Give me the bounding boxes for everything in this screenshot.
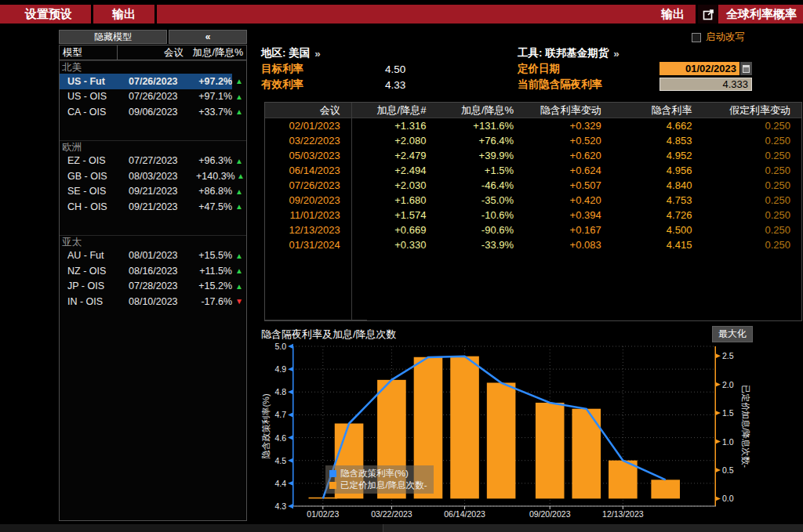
left-axis-tick: 4.7 [266,410,286,419]
collapse-panel-button[interactable]: « [169,30,247,44]
sidebar-model-row[interactable]: SE - OIS09/21/2023+86.8%▲ [60,184,246,200]
region-label: 地区: [261,46,286,60]
model-hike-cut-pct: +15.5% [196,250,232,261]
meetings-table-header: 会议加息/降息#加息/降息%隐含利率变动隐含利率假定利率变动 [265,103,801,118]
table-column-divider [351,103,352,320]
info-left: 地区: 美国 » 目标利率 4.50 有效利率 4.33 [261,45,512,92]
model-meeting-date: 07/26/2023 [129,76,196,87]
meeting-row[interactable]: 03/22/2023+2.080+76.4%+0.5204.8530.250 [265,133,801,148]
meeting-cell: -35.0% [437,194,525,206]
hike-count-bar [536,403,565,498]
titlebar-right-group: 输出 全球利率概率 [650,5,803,24]
models-header-model: 模型 [60,45,118,60]
meeting-cell: 4.956 [612,165,703,176]
effective-rate-value: 4.33 [385,79,405,91]
preset-button[interactable]: 设置预设 [6,5,93,24]
legend-line-label: 隐含政策利率(%) [340,468,409,480]
model-name: CH - OIS [60,201,129,212]
meeting-row[interactable]: 06/14/2023+2.494+1.5%+0.6244.9560.250 [265,163,801,178]
meeting-cell: 06/14/2023 [265,165,351,176]
meeting-cell: 4.952 [612,150,703,161]
meeting-row[interactable]: 05/03/2023+2.479+39.9%+0.6204.9520.250 [265,148,801,163]
override-checkbox[interactable] [692,33,701,42]
meeting-cell: 4.853 [612,135,703,147]
meeting-row[interactable]: 07/26/2023+2.030-46.4%+0.5074.8400.250 [265,178,801,193]
right-axis-tick: 2.0 [722,380,743,389]
meeting-cell: -90.6% [437,224,525,236]
up-triangle-icon: ▲ [232,187,246,196]
left-axis-tick: 4.4 [266,479,286,488]
sidebar-model-row[interactable]: JP - OIS07/28/2023+15.2%▲ [60,279,246,295]
sidebar-model-row[interactable]: US - OIS07/26/2023+97.1%▲ [60,89,246,105]
models-header-hikecut: 加息/降息% [183,46,246,60]
model-meeting-date: 09/06/2023 [129,107,196,118]
meeting-cell: -46.4% [437,179,525,191]
region-value[interactable]: 美国 [289,46,310,60]
left-axis-tick: 5.0 [266,342,286,351]
status-strip [0,524,803,532]
models-header-meeting: 会议 [118,46,183,60]
export-icon[interactable] [698,5,718,24]
up-triangle-icon: ▲ [232,77,246,85]
maximize-button[interactable]: 最大化 [712,326,753,342]
meeting-cell: 0.250 [703,179,801,191]
target-rate-label: 目标利率 [261,62,385,76]
sidebar-model-row[interactable]: CA - OIS09/06/2023+33.7%▲ [60,104,246,120]
meeting-cell: 01/31/2024 [265,239,351,251]
table-header-cell: 会议 [265,103,351,118]
right-axis-title: 已定价加息/降息次数- [739,385,751,468]
pricing-date-input[interactable]: 01/02/2023 [659,62,739,75]
x-axis-tick: 03/22/2023 [360,509,423,519]
hide-models-button[interactable]: 隐藏模型 [59,30,167,44]
model-meeting-date: 07/26/2023 [129,91,196,102]
sidebar-model-row[interactable]: EZ - OIS07/27/2023+96.3%▲ [60,154,246,169]
sidebar-model-row[interactable]: NZ - OIS08/16/2023+11.5%▲ [60,263,246,279]
meeting-cell: 4.500 [612,224,703,236]
left-axis-tick: 4.3 [266,501,286,511]
model-name: NZ - OIS [60,266,129,277]
region-dropdown-arrow[interactable]: » [314,48,321,60]
meeting-cell: 0.250 [703,135,801,147]
meeting-row[interactable]: 11/01/2023+1.574-10.6%+0.3944.7260.250 [265,208,801,223]
meeting-cell: 0.250 [703,209,801,221]
meeting-cell: +0.394 [525,209,612,221]
model-name: AU - Fut [60,250,129,261]
output-button-right[interactable]: 输出 [650,5,698,24]
model-meeting-date: 07/27/2023 [129,155,196,166]
meeting-cell: 0.250 [703,239,801,251]
meeting-row[interactable]: 01/31/2024+0.330-33.9%+0.0834.4150.250 [265,237,801,252]
meeting-cell: +2.479 [351,150,438,161]
output-button[interactable]: 输出 [93,5,157,24]
meeting-row[interactable]: 09/20/2023+1.680-35.0%+0.4204.7530.250 [265,193,801,208]
meeting-cell: 4.753 [612,194,703,206]
hike-count-bar [450,356,479,499]
meeting-cell: +76.4% [437,135,525,147]
model-hike-cut-pct: +86.8% [196,186,232,197]
implied-overnight-label: 当前隐含隔夜利率 [518,78,661,92]
sidebar-model-row[interactable]: CH - OIS09/21/2023+47.5%▲ [60,199,246,215]
meeting-cell: +1.5% [437,165,525,176]
tool-dropdown-arrow[interactable]: » [613,48,620,60]
x-axis-tick: 01/02/23 [292,509,354,519]
meeting-cell: -33.9% [437,239,525,251]
calendar-icon[interactable] [740,62,752,75]
meeting-row[interactable]: 12/13/2023+0.669-90.6%+0.1674.5000.250 [265,223,801,237]
model-name: EZ - OIS [60,155,129,166]
meeting-cell: +0.520 [525,135,612,147]
meeting-cell: 4.840 [612,179,703,191]
meeting-cell: +1.316 [351,120,438,132]
up-triangle-icon: ▲ [232,202,246,211]
sidebar-model-row[interactable]: US - Fut07/26/2023+97.2%▲ [60,74,246,89]
implied-overnight-value[interactable]: 4.333 [659,78,752,91]
status-strip-right [383,524,803,532]
sidebar-model-row[interactable]: GB - OIS08/03/2023+140.3%▲ [60,168,246,184]
model-name: US - Fut [60,76,129,87]
model-name: GB - OIS [60,171,129,182]
sidebar-model-row[interactable]: AU - Fut08/01/2023+15.5%▲ [60,248,246,264]
tool-value[interactable]: 联邦基金期货 [545,46,609,60]
right-axis-tick: 1.5 [722,408,743,418]
sidebar-model-row[interactable]: IN - OIS08/10/2023-17.6%▼ [60,294,246,309]
chart-legend: 隐含政策利率(%) 已定价加息/降息次数- [325,465,434,494]
meeting-row[interactable]: 02/01/2023+1.316+131.6%+0.3294.6620.250 [265,118,801,133]
legend-bars-label: 已定价加息/降息次数- [340,480,427,491]
